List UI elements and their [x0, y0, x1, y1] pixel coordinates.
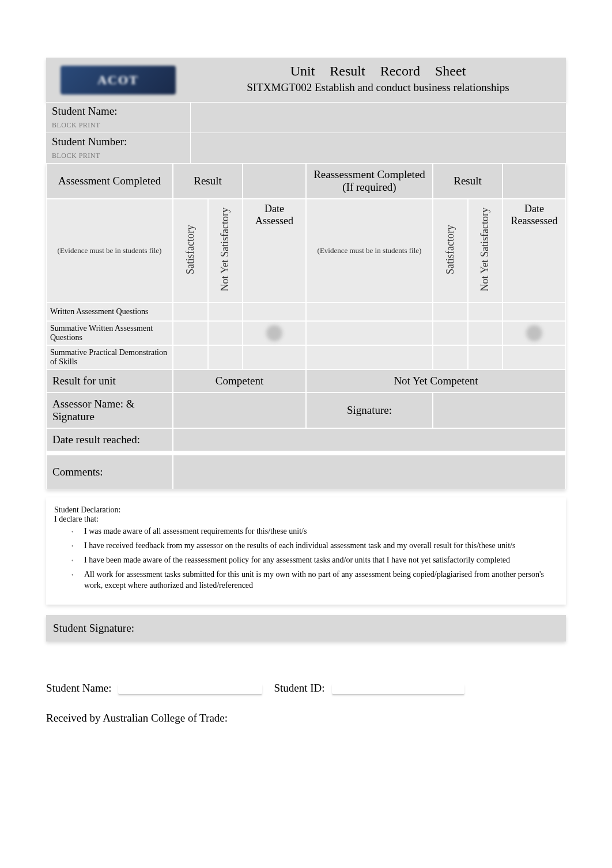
not-yet-competent-cell[interactable]: Not Yet Competent	[306, 369, 566, 393]
nys-cell[interactable]	[208, 303, 243, 321]
block-print-hint: BLOCK Print	[52, 121, 100, 129]
nys-label-2: Not Yet Satisfactory	[478, 204, 492, 295]
student-signature-label: Student Signature:	[53, 622, 180, 635]
date-result-reached-label: Date result reached:	[46, 428, 173, 451]
nys-cell[interactable]	[468, 303, 503, 321]
date-result-reached-row: Date result reached:	[46, 428, 566, 451]
assessment-name-2: Summative Written Assessment Questions	[46, 321, 173, 345]
date-reassessed-cell[interactable]	[503, 345, 566, 369]
student-signature-box: Student Signature:	[46, 615, 566, 641]
student-number-row: Student Number: BLOCK Print	[46, 133, 566, 163]
sat-cell[interactable]	[433, 321, 468, 345]
date-reassessed-cell[interactable]	[503, 321, 566, 345]
date-assessed-cell[interactable]	[243, 303, 306, 321]
nys-cell[interactable]	[208, 321, 243, 345]
table-row: Written Assessment Questions	[46, 303, 566, 321]
satisfactory-label-1: Satisfactory	[183, 221, 198, 278]
date-assessed-cell[interactable]	[243, 345, 306, 369]
not-yet-satisfactory-header-1: Not Yet Satisfactory	[208, 199, 243, 303]
nys-cell[interactable]	[468, 345, 503, 369]
student-number-label-text: Student Number:	[52, 135, 127, 148]
student-name-label: Student Name: BLOCK Print	[46, 103, 190, 133]
evidence-note-1: (Evidence must be in students file)	[46, 199, 173, 303]
logo-cell: ACOT	[46, 58, 190, 102]
not-yet-satisfactory-header-2: Not Yet Satisfactory	[468, 199, 503, 303]
table-row: Summative Practical Demonstration of Ski…	[46, 345, 566, 369]
satisfactory-header-1: Satisfactory	[173, 199, 208, 303]
date-assessed-cell[interactable]	[243, 321, 306, 345]
blurred-mark-icon	[526, 325, 542, 341]
satisfactory-label-2: Satisfactory	[443, 221, 458, 278]
comments-input[interactable]	[173, 455, 566, 489]
assessor-signature-row: Assessor Name: & Signature Signature:	[46, 393, 566, 428]
declaration-heading: Student Declaration:	[54, 505, 558, 515]
block-print-hint-2: BLOCK Print	[52, 152, 100, 160]
footer-student-id-label: Student ID:	[274, 682, 324, 695]
footer-student-name-input[interactable]	[118, 684, 262, 695]
declaration-item: All work for assessment tasks submitted …	[71, 569, 558, 591]
reassessment-completed-header: Reassessment Completed (If required)	[306, 163, 433, 199]
result-for-unit-label: Result for unit	[46, 369, 173, 393]
signature-label: Signature:	[306, 393, 433, 428]
assessment-name-3: Summative Practical Demonstration of Ski…	[46, 345, 173, 369]
satisfactory-header-2: Satisfactory	[433, 199, 468, 303]
logo-image: ACOT	[61, 66, 176, 95]
reassess-name-cell[interactable]	[306, 345, 433, 369]
date-reassessed-cell[interactable]	[503, 303, 566, 321]
evidence-note-2: (Evidence must be in students file)	[306, 199, 433, 303]
assessor-name-input[interactable]	[173, 393, 306, 428]
student-number-input[interactable]	[190, 133, 566, 163]
date-assessed-header: Date Assessed	[243, 199, 306, 303]
date-reassessed-header: Date Reassessed	[503, 199, 566, 303]
reassess-name-cell[interactable]	[306, 303, 433, 321]
sat-cell[interactable]	[433, 345, 468, 369]
declaration-list: I was made aware of all assessment requi…	[71, 526, 558, 591]
footer-student-id-input[interactable]	[332, 684, 464, 695]
comments-label: Comments:	[46, 455, 173, 489]
assessment-table: Assessment Completed Result Reassessment…	[46, 163, 566, 489]
result-header-1: Result	[173, 163, 243, 199]
header-bar: ACOT Unit Result Record Sheet SITXMGT002…	[46, 58, 566, 102]
declaration-item: I have been made aware of the reassessme…	[71, 555, 558, 566]
result-header-2: Result	[433, 163, 503, 199]
title-cell: Unit Result Record Sheet SITXMGT002 Esta…	[190, 58, 566, 102]
blurred-mark-icon	[266, 325, 282, 341]
reassess-name-cell[interactable]	[306, 321, 433, 345]
footer-section: Student Name: Student ID: Received by Au…	[46, 682, 566, 724]
student-number-label: Student Number: BLOCK Print	[46, 133, 190, 163]
date-result-reached-input[interactable]	[173, 428, 566, 451]
footer-student-name-label: Student Name:	[46, 682, 111, 695]
student-signature-input[interactable]	[180, 622, 559, 635]
table-row: Summative Written Assessment Questions	[46, 321, 566, 345]
declaration-item: I have received feedback from my assesso…	[71, 541, 558, 552]
sat-cell[interactable]	[173, 345, 208, 369]
nys-cell[interactable]	[208, 345, 243, 369]
sat-cell[interactable]	[433, 303, 468, 321]
footer-received-by-label: Received by Australian College of Trade:	[46, 712, 228, 724]
sat-cell[interactable]	[173, 303, 208, 321]
comments-row: Comments:	[46, 455, 566, 489]
declaration-item: I was made aware of all assessment requi…	[71, 526, 558, 537]
sat-cell[interactable]	[173, 321, 208, 345]
competent-cell[interactable]: Competent	[173, 369, 306, 393]
page-subtitle: SITXMGT002 Establish and conduct busines…	[202, 81, 554, 94]
page-title: Unit Result Record Sheet	[202, 63, 554, 79]
assessment-name-1: Written Assessment Questions	[46, 303, 173, 321]
student-declaration: Student Declaration: I declare that: I w…	[46, 497, 566, 605]
result-for-unit-row: Result for unit Competent Not Yet Compet…	[46, 369, 566, 393]
student-name-label-text: Student Name:	[52, 105, 117, 117]
student-name-input[interactable]	[190, 103, 566, 133]
declaration-intro: I declare that:	[54, 515, 558, 524]
assessor-signature-input[interactable]	[433, 393, 566, 428]
assessor-name-label: Assessor Name: & Signature	[46, 393, 173, 428]
nys-label-1: Not Yet Satisfactory	[218, 204, 232, 295]
nys-cell[interactable]	[468, 321, 503, 345]
student-name-row: Student Name: BLOCK Print	[46, 102, 566, 133]
assessment-completed-header: Assessment Completed	[46, 163, 173, 199]
